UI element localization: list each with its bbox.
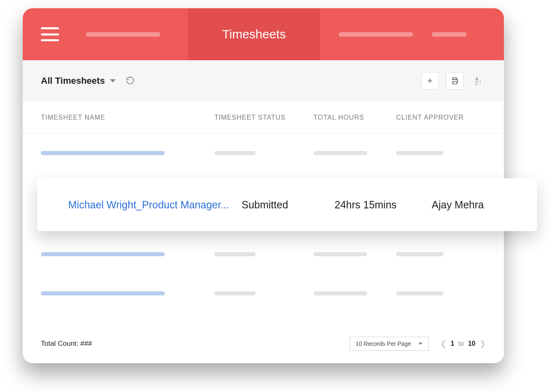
column-header-status[interactable]: TIMESHEET STATUS <box>214 114 314 121</box>
placeholder-bar <box>396 252 444 256</box>
prev-page-button[interactable]: ❮ <box>440 339 446 348</box>
app-header: Timesheets <box>23 8 504 60</box>
header-placeholder <box>86 32 160 37</box>
placeholder-bar <box>41 252 165 256</box>
placeholder-bar <box>396 291 444 295</box>
table-footer: Total Count: ### 10 Records Per Page ❮ 1… <box>23 326 504 363</box>
column-header-approver[interactable]: CLIENT APPROVER <box>396 114 486 121</box>
per-page-label: 10 Records Per Page <box>356 340 411 347</box>
svg-rect-1 <box>453 81 457 84</box>
placeholder-bar <box>396 151 444 155</box>
page-from: 1 <box>451 340 454 347</box>
add-button[interactable]: + <box>421 72 439 90</box>
page-title: Timesheets <box>222 27 286 41</box>
placeholder-bar <box>314 252 367 256</box>
chevron-down-icon <box>418 342 423 345</box>
header-title-tab[interactable]: Timesheets <box>188 8 320 60</box>
next-page-button[interactable]: ❯ <box>480 339 486 348</box>
timesheet-status: Submitted <box>242 199 335 211</box>
refresh-icon[interactable] <box>126 76 135 86</box>
sort-button[interactable]: AZ ↓ <box>471 73 486 88</box>
placeholder-bar <box>314 151 367 155</box>
column-header-name[interactable]: TIMESHEET NAME <box>41 114 214 121</box>
header-placeholder <box>432 32 467 37</box>
placeholder-bar <box>314 291 367 295</box>
printer-icon <box>451 77 459 85</box>
records-per-page-dropdown[interactable]: 10 Records Per Page <box>349 337 429 351</box>
chevron-down-icon <box>110 79 116 83</box>
placeholder-bar <box>214 252 256 256</box>
table-row[interactable] <box>41 133 486 172</box>
placeholder-bar <box>214 291 256 295</box>
filter-label: All Timesheets <box>41 76 105 86</box>
page-to-word: to <box>458 340 464 347</box>
filter-dropdown[interactable]: All Timesheets <box>41 76 116 86</box>
timesheets-window: Timesheets All Timesheets + <box>23 8 504 363</box>
table-row-highlighted[interactable]: Michael Wright_Product Manager... Submit… <box>37 178 537 231</box>
placeholder-bar <box>214 151 256 155</box>
table-row[interactable] <box>41 234 486 274</box>
table-row[interactable] <box>41 274 486 313</box>
hamburger-menu-icon[interactable] <box>41 27 59 41</box>
timesheet-approver: Ajay Mehra <box>432 199 537 211</box>
page-to: 10 <box>468 340 475 347</box>
sort-az-icon: AZ ↓ <box>475 77 481 85</box>
plus-icon: + <box>428 76 433 86</box>
print-button[interactable] <box>446 72 463 90</box>
timesheet-name-link[interactable]: Michael Wright_Product Manager... <box>68 199 242 211</box>
timesheet-hours: 24hrs 15mins <box>335 199 432 211</box>
total-count-label: Total Count: ### <box>41 340 92 348</box>
table-header-row: TIMESHEET NAME TIMESHEET STATUS TOTAL HO… <box>23 102 504 133</box>
header-placeholder <box>339 32 413 37</box>
placeholder-bar <box>41 291 165 295</box>
placeholder-bar <box>41 151 165 155</box>
pagination: ❮ 1 to 10 ❯ <box>440 339 486 348</box>
toolbar: All Timesheets + <box>23 60 504 102</box>
column-header-hours[interactable]: TOTAL HOURS <box>314 114 396 121</box>
